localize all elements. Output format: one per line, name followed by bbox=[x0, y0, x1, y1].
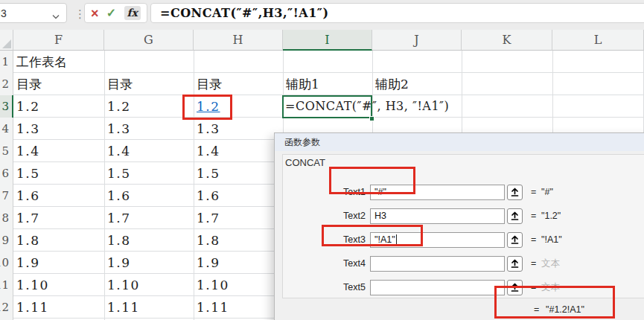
formula-bar[interactable]: =CONCAT(″#″,H3,″!A1″) bbox=[150, 3, 644, 23]
dialog-title[interactable]: 函数参数 bbox=[275, 133, 644, 151]
cell-h11[interactable]: 1.10 bbox=[197, 274, 229, 296]
cell-f11[interactable]: 1.10 bbox=[16, 274, 49, 296]
cell-f10[interactable]: 1.9 bbox=[16, 252, 40, 274]
cell-h2[interactable]: 目录 bbox=[197, 73, 222, 95]
cell-g2[interactable]: 目录 bbox=[107, 73, 133, 95]
confirm-entry-button[interactable]: ✓ bbox=[106, 7, 116, 19]
text2-collapse-dialog-button[interactable] bbox=[507, 208, 523, 224]
select-all-corner[interactable] bbox=[0, 30, 13, 51]
cell-f3[interactable]: 1.2 bbox=[16, 95, 40, 118]
text1-result: "#" bbox=[541, 185, 553, 200]
text3-result: "!A1" bbox=[541, 232, 562, 248]
cell-f4[interactable]: 1.3 bbox=[16, 118, 40, 140]
text2-input[interactable]: H3 bbox=[370, 208, 505, 224]
cell-g12[interactable]: 1.11 bbox=[107, 296, 140, 319]
cell-g10[interactable]: 1.9 bbox=[107, 252, 131, 274]
row-header-12[interactable]: 12 bbox=[0, 296, 9, 319]
active-cell-border-i3 bbox=[282, 95, 372, 118]
annotation-box-text1 bbox=[329, 167, 415, 194]
collapse-dialog-icon bbox=[510, 188, 520, 197]
cell-f8[interactable]: 1.7 bbox=[16, 207, 40, 229]
cell-g7[interactable]: 1.6 bbox=[107, 185, 131, 207]
formula-bar-text: =CONCAT(″#″,H3,″!A1″) bbox=[160, 6, 328, 20]
text4-label: Text4 bbox=[322, 256, 366, 272]
column-header-j[interactable]: J bbox=[372, 30, 462, 51]
cell-g5[interactable]: 1.4 bbox=[107, 140, 131, 162]
column-header-row: F G H I J K L bbox=[0, 30, 644, 51]
cell-g8[interactable]: 1.7 bbox=[107, 207, 131, 229]
column-header-k[interactable]: K bbox=[462, 30, 552, 51]
name-box[interactable]: I3 bbox=[0, 3, 67, 23]
column-header-g[interactable]: G bbox=[104, 30, 194, 51]
cell-g4[interactable]: 1.3 bbox=[107, 118, 131, 140]
cancel-entry-button[interactable]: × bbox=[91, 7, 99, 20]
text2-result: "1.2" bbox=[541, 208, 561, 224]
text1-collapse-dialog-button[interactable] bbox=[507, 185, 523, 200]
row-header-9[interactable]: 9 bbox=[0, 229, 9, 252]
annotation-box-h3 bbox=[182, 95, 232, 120]
formula-toolbar: I3 ⋮ × ✓ fx =CONCAT(″#″,H3,″!A1″) bbox=[0, 0, 644, 30]
select-all-triangle-icon bbox=[2, 39, 11, 48]
cell-h5[interactable]: 1.4 bbox=[197, 140, 220, 162]
collapse-dialog-icon bbox=[510, 235, 520, 245]
cell-f5[interactable]: 1.4 bbox=[16, 140, 40, 162]
row-header-8[interactable]: 8 bbox=[0, 207, 9, 229]
text2-label: Text2 bbox=[322, 208, 366, 224]
column-header-h[interactable]: H bbox=[194, 30, 283, 51]
text3-collapse-dialog-button[interactable] bbox=[507, 232, 523, 248]
equals-sign: = bbox=[531, 232, 536, 248]
row-header-4[interactable]: 4 bbox=[0, 118, 9, 140]
cell-g9[interactable]: 1.8 bbox=[107, 229, 131, 252]
dialog-function-name: CONCAT bbox=[285, 157, 325, 168]
cell-g6[interactable]: 1.5 bbox=[107, 162, 131, 185]
row-header-11[interactable]: 11 bbox=[0, 274, 9, 296]
cell-h7[interactable]: 1.6 bbox=[197, 185, 220, 207]
cell-f1[interactable]: 工作表名 bbox=[16, 51, 67, 73]
row-header-6[interactable]: 6 bbox=[0, 162, 9, 185]
cell-g3[interactable]: 1.2 bbox=[107, 95, 131, 118]
cell-g11[interactable]: 1.10 bbox=[107, 274, 140, 296]
insert-function-button[interactable]: fx bbox=[124, 6, 141, 20]
fill-handle[interactable] bbox=[369, 116, 374, 121]
cell-f6[interactable]: 1.5 bbox=[16, 162, 40, 185]
cell-h12[interactable]: 1.11 bbox=[197, 296, 229, 319]
cell-f2[interactable]: 目录 bbox=[16, 73, 42, 95]
row-header-2[interactable]: 2 bbox=[0, 73, 9, 95]
equals-sign: = bbox=[531, 185, 536, 200]
equals-sign: = bbox=[531, 256, 536, 272]
cell-f9[interactable]: 1.8 bbox=[16, 229, 40, 252]
column-header-f[interactable]: F bbox=[13, 30, 104, 51]
cell-h10[interactable]: 1.9 bbox=[197, 252, 220, 274]
cell-f7[interactable]: 1.6 bbox=[16, 185, 40, 207]
annotation-box-text3 bbox=[322, 225, 423, 246]
cell-h9[interactable]: 1.8 bbox=[197, 229, 220, 252]
equals-sign: = bbox=[531, 208, 536, 224]
text5-input[interactable] bbox=[370, 280, 505, 295]
collapse-dialog-icon bbox=[510, 211, 520, 221]
cell-i2[interactable]: 辅助1 bbox=[286, 73, 319, 95]
cell-j2[interactable]: 辅助2 bbox=[375, 73, 409, 95]
cell-h6[interactable]: 1.5 bbox=[197, 162, 220, 185]
cell-h8[interactable]: 1.7 bbox=[197, 207, 220, 229]
formula-buttons-group: × ✓ fx bbox=[84, 3, 147, 23]
text5-label: Text5 bbox=[322, 280, 366, 295]
column-header-l[interactable]: L bbox=[552, 30, 644, 51]
name-box-value: I3 bbox=[0, 7, 7, 19]
text4-input[interactable] bbox=[370, 256, 505, 272]
row-header-3[interactable]: 3 bbox=[0, 95, 9, 118]
annotation-box-result bbox=[494, 286, 615, 319]
cell-f12[interactable]: 1.11 bbox=[16, 296, 49, 319]
cell-h4[interactable]: 1.3 bbox=[197, 118, 220, 140]
row-header-1[interactable]: 1 bbox=[0, 51, 9, 73]
row-header-5[interactable]: 5 bbox=[0, 140, 9, 162]
chevron-down-icon[interactable] bbox=[51, 10, 60, 22]
row-header-7[interactable]: 7 bbox=[0, 185, 9, 207]
text4-collapse-dialog-button[interactable] bbox=[507, 256, 523, 272]
column-header-i-selected[interactable]: I bbox=[283, 30, 372, 51]
spreadsheet-app: I3 ⋮ × ✓ fx =CONCAT(″#″,H3,″!A1″) F G H … bbox=[0, 0, 644, 320]
collapse-dialog-icon bbox=[510, 259, 520, 269]
row-header-10[interactable]: 10 bbox=[0, 252, 9, 274]
text4-result-placeholder: 文本 bbox=[541, 256, 560, 272]
